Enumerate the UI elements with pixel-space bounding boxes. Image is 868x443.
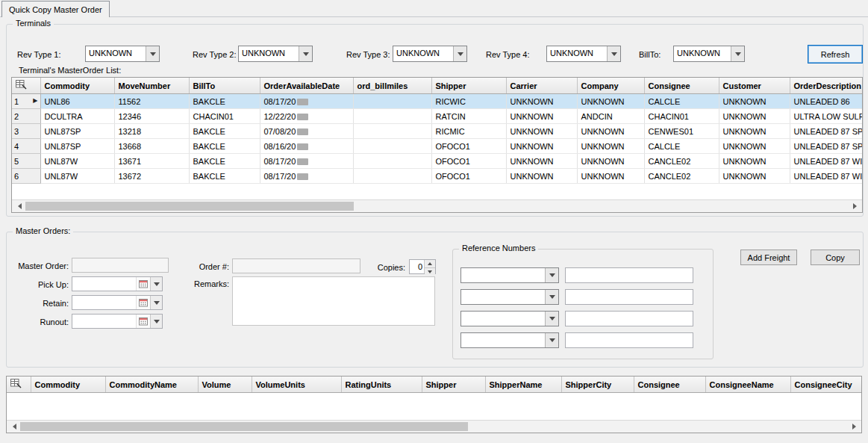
row-selector[interactable]: 5 — [12, 154, 40, 169]
grid-cell[interactable]: 08/17/20 — [260, 94, 353, 109]
reference-number-1-field[interactable] — [565, 267, 693, 283]
grid-cell[interactable]: UNKNOWN — [719, 94, 790, 109]
column-header-shippername[interactable]: ShipperName — [485, 377, 561, 393]
terminal-grid-horizontal-scrollbar[interactable] — [12, 199, 862, 212]
grid-cell[interactable]: 07/08/20 — [260, 124, 353, 139]
column-header-customer[interactable]: Customer — [719, 78, 790, 94]
reference-type-2-combobox[interactable] — [460, 289, 559, 305]
grid-cell[interactable]: UNLEADED 86 — [790, 94, 862, 109]
rev-type-2-combobox[interactable]: UNKNOWN — [238, 46, 313, 62]
grid-cell[interactable]: CALCLE — [644, 139, 719, 154]
grid-cell[interactable]: CHACIN01 — [644, 109, 719, 124]
grid-row-4[interactable]: 4UNL87SP13668BAKCLE08/16/20OFOCO1UNKNOWN… — [12, 139, 862, 154]
spinner-up-icon[interactable] — [425, 260, 435, 267]
grid-cell[interactable]: ULTRA LOW SULFU — [790, 109, 862, 124]
calendar-icon[interactable] — [136, 315, 150, 328]
scroll-left-button[interactable] — [7, 421, 19, 433]
chevron-down-icon[interactable] — [146, 46, 159, 61]
grid-cell[interactable]: CHACIN01 — [189, 109, 260, 124]
reference-type-4-combobox[interactable] — [460, 332, 559, 348]
column-header-commodity[interactable]: Commodity — [31, 377, 105, 393]
grid-cell[interactable]: UNKNOWN — [719, 139, 790, 154]
terminal-grid-body[interactable]: CommodityMoveNumberBillToOrderAvailableD… — [12, 78, 862, 200]
grid-cell[interactable]: UNL87SP — [40, 124, 114, 139]
pick-up-date-picker[interactable] — [72, 276, 163, 291]
column-header-orderdescription[interactable]: OrderDescription — [790, 78, 862, 94]
retain-date-picker[interactable] — [72, 295, 163, 310]
grid-cell[interactable]: UNKNOWN — [577, 94, 644, 109]
grid-cell[interactable]: UNLEADED 87 SPR — [790, 124, 862, 139]
scroll-right-button[interactable] — [850, 200, 862, 212]
grid-cell[interactable]: UNKNOWN — [506, 124, 577, 139]
grid-cell[interactable]: RICMIC — [431, 124, 506, 139]
chevron-down-icon[interactable] — [453, 46, 466, 61]
scroll-left-button[interactable] — [12, 200, 24, 212]
grid-cell[interactable] — [353, 169, 431, 184]
runout-date-picker[interactable] — [72, 314, 163, 329]
column-header-orderavailabledate[interactable]: OrderAvailableDate — [260, 78, 353, 94]
column-header-volumeunits[interactable]: VolumeUnits — [252, 377, 341, 393]
copy-button[interactable]: Copy — [811, 250, 860, 265]
row-selector[interactable]: 2 — [12, 109, 40, 124]
column-header-shippercity[interactable]: ShipperCity — [561, 377, 634, 393]
chevron-down-icon[interactable] — [545, 268, 558, 282]
grid-cell[interactable]: 12346 — [114, 109, 189, 124]
grid-cell[interactable]: UNKNOWN — [577, 169, 644, 184]
remarks-textarea[interactable] — [232, 276, 435, 326]
grid-cell[interactable]: BAKCLE — [189, 94, 260, 109]
column-header-consigneename[interactable]: ConsigneeName — [705, 377, 790, 393]
chevron-down-icon[interactable] — [607, 46, 620, 61]
grid-cell[interactable]: UNL87W — [40, 169, 114, 184]
grid-cell[interactable]: RICWIC — [431, 94, 506, 109]
grid-cell[interactable] — [353, 124, 431, 139]
column-header-consignee[interactable]: Consignee — [644, 78, 719, 94]
spinner-down-icon[interactable] — [425, 267, 435, 276]
column-header-consigneecity[interactable]: ConsigneeCity — [790, 377, 861, 393]
grid-cell[interactable]: UNLEADED 87 WIN — [790, 154, 862, 169]
grid-cell[interactable]: CANCLE02 — [644, 169, 719, 184]
grid-cell[interactable]: CENWES01 — [644, 124, 719, 139]
grid-cell[interactable]: 08/17/20 — [260, 154, 353, 169]
grid-cell[interactable]: UNKNOWN — [577, 124, 644, 139]
rev-type-1-combobox[interactable]: UNKNOWN — [85, 46, 160, 62]
calendar-icon[interactable] — [136, 296, 150, 309]
scrollbar-thumb[interactable] — [25, 202, 354, 211]
column-header-company[interactable]: Company — [577, 78, 644, 94]
column-header-movenumber[interactable]: MoveNumber — [114, 78, 189, 94]
grid-cell[interactable]: OFOCO1 — [431, 154, 506, 169]
grid-cell[interactable]: UNKNOWN — [506, 109, 577, 124]
chevron-down-icon[interactable] — [545, 312, 558, 326]
terminal-masterorder-grid[interactable]: CommodityMoveNumberBillToOrderAvailableD… — [11, 77, 863, 213]
column-header-shipper[interactable]: Shipper — [431, 78, 506, 94]
grid-row-1[interactable]: 1▶UNL8611562BAKCLE08/17/20RICWICUNKNOWNU… — [12, 94, 862, 109]
grid-cell[interactable]: UNKNOWN — [506, 169, 577, 184]
grid-cell[interactable]: UNKNOWN — [719, 124, 790, 139]
grid-cell[interactable]: UNKNOWN — [577, 154, 644, 169]
freight-grid[interactable]: CommodityCommodityNameVolumeVolumeUnitsR… — [6, 376, 862, 433]
grid-cell[interactable]: UNL87W — [40, 154, 114, 169]
column-header-consignee[interactable]: Consignee — [634, 377, 705, 393]
grid-row-6[interactable]: 6UNL87W13672BAKCLE08/17/20OFOCO1UNKNOWNU… — [12, 169, 862, 184]
column-header-ord_billmiles[interactable]: ord_billmiles — [353, 78, 431, 94]
grid-row-2[interactable]: 2DCULTRA12346CHACIN0112/22/20RATCINUNKNO… — [12, 109, 862, 124]
grid-cell[interactable]: CANCLE02 — [644, 154, 719, 169]
reference-number-2-field[interactable] — [565, 289, 693, 305]
grid-cell[interactable]: BAKCLE — [189, 154, 260, 169]
grid-cell[interactable]: UNKNOWN — [719, 169, 790, 184]
grid-cell[interactable]: UNLEADED 87 WIN — [790, 169, 862, 184]
grid-cell[interactable]: UNLEADED 87 SPR — [790, 139, 862, 154]
grid-cell[interactable]: ANDCIN — [577, 109, 644, 124]
grid-cell[interactable]: 08/16/20 — [260, 139, 353, 154]
column-header-commodity[interactable]: Commodity — [40, 78, 114, 94]
grid-cell[interactable]: UNKNOWN — [719, 109, 790, 124]
freight-grid-body[interactable]: CommodityCommodityNameVolumeVolumeUnitsR… — [7, 377, 861, 421]
grid-cell[interactable]: UNKNOWN — [719, 154, 790, 169]
row-selector[interactable]: 6 — [12, 169, 40, 184]
grid-cell[interactable]: OFOCO1 — [431, 139, 506, 154]
chevron-down-icon[interactable] — [150, 296, 162, 309]
column-header-volume[interactable]: Volume — [198, 377, 252, 393]
billto-combobox[interactable]: UNKNOWN — [673, 46, 745, 62]
grid-cell[interactable]: CALCLE — [644, 94, 719, 109]
grid-cell[interactable]: UNKNOWN — [577, 139, 644, 154]
rev-type-4-combobox[interactable]: UNKNOWN — [546, 46, 621, 62]
